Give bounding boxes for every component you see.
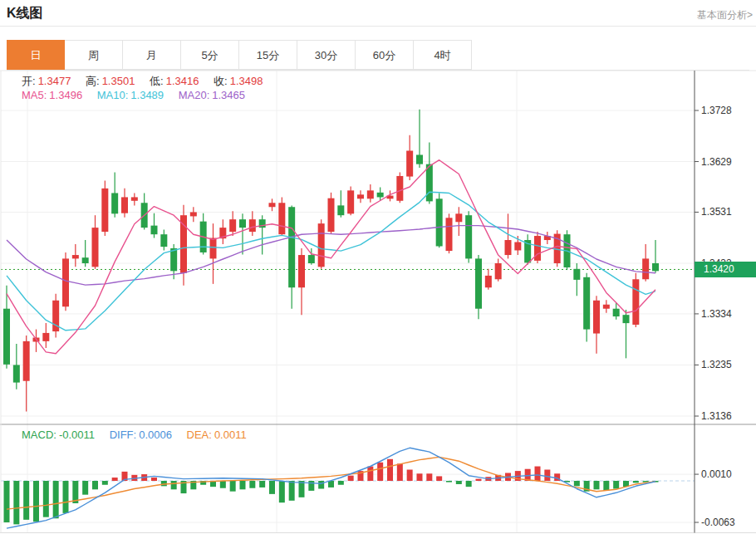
page-header: K线图 基本面分析> xyxy=(0,0,756,27)
tab-5min[interactable]: 5分 xyxy=(181,40,239,70)
tab-week[interactable]: 周 xyxy=(65,40,123,70)
tab-day[interactable]: 日 xyxy=(7,40,65,70)
tab-month[interactable]: 月 xyxy=(123,40,181,70)
macd-chart[interactable] xyxy=(0,424,756,533)
tab-4hour[interactable]: 4时 xyxy=(414,40,472,70)
tab-15min[interactable]: 15分 xyxy=(239,40,297,70)
tab-60min[interactable]: 60分 xyxy=(356,40,414,70)
page-title: K线图 xyxy=(7,5,43,22)
period-tabbar: 日 周 月 5分 15分 30分 60分 4时 xyxy=(7,40,749,71)
fundamental-analysis-link[interactable]: 基本面分析> xyxy=(697,8,753,22)
tab-30min[interactable]: 30分 xyxy=(297,40,356,70)
kline-chart[interactable] xyxy=(0,71,756,424)
current-price-badge: 1.3420 xyxy=(695,262,756,277)
